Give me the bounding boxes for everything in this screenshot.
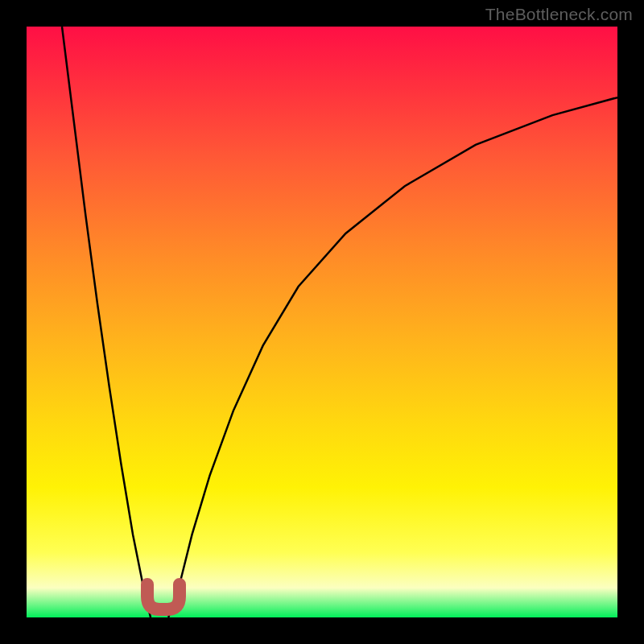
- curve-left-branch: [62, 27, 151, 617]
- chart-plot: [27, 27, 617, 617]
- curve-right-branch: [168, 97, 617, 617]
- u-glyph-icon: [147, 584, 180, 609]
- watermark-text: TheBottleneck.com: [485, 5, 633, 24]
- chart-frame: [27, 27, 617, 617]
- chart-curve: [62, 27, 617, 617]
